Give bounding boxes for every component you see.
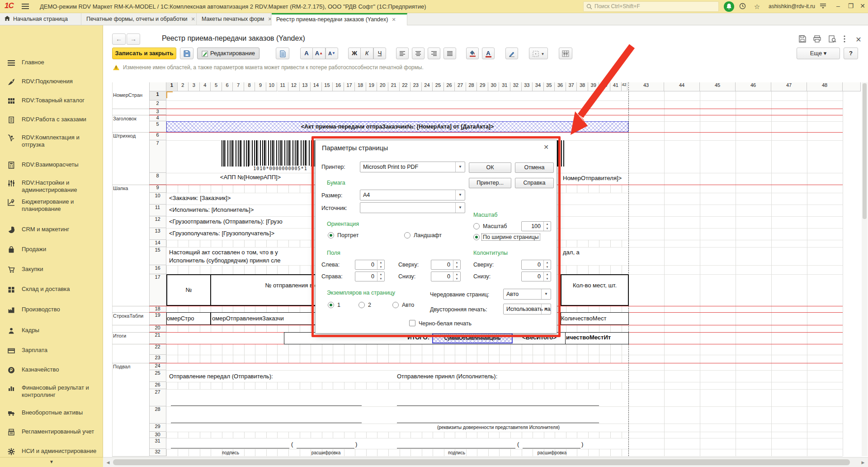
column-header-16[interactable]: 16: [333, 82, 344, 91]
print-icon[interactable]: [812, 35, 822, 44]
row-header-26[interactable]: 26: [149, 382, 166, 389]
column-header-8[interactable]: 8: [244, 82, 255, 91]
column-header-30[interactable]: 30: [488, 82, 500, 91]
column-header-12[interactable]: 12: [288, 82, 300, 91]
table-header-num[interactable]: №: [166, 274, 211, 306]
tab-registry-yandex[interactable]: Реестр приема-передачи заказов (Yandex)✕: [272, 13, 407, 25]
table-header-places[interactable]: Кол-во мест, шт.: [561, 274, 629, 306]
bold-button[interactable]: Ж: [348, 48, 361, 59]
edit-mode-button[interactable]: Редактирование: [197, 48, 259, 59]
cell-customer[interactable]: <Заказчик: [Заказчик]>: [169, 195, 310, 201]
align-justify-button[interactable]: [443, 48, 456, 59]
cell-executor[interactable]: <Исполнитель: [Исполнитель]>: [169, 206, 312, 213]
column-header-26[interactable]: 26: [444, 82, 455, 91]
draw-border-pencil-button[interactable]: [505, 48, 518, 59]
column-header-27[interactable]: 27: [455, 82, 466, 91]
italic-button[interactable]: К: [361, 48, 373, 59]
restore-button[interactable]: ❐: [846, 2, 855, 10]
column-header-29[interactable]: 29: [477, 82, 488, 91]
row-header-25[interactable]: 25: [149, 370, 166, 382]
help-button[interactable]: ?: [844, 48, 858, 59]
preview-icon[interactable]: [827, 35, 837, 44]
horizontal-scrollbar[interactable]: ◀ ▶: [103, 457, 868, 467]
row-header-27[interactable]: 27: [149, 389, 166, 406]
tab-print-forms[interactable]: Печатные формы, отчеты и обработки✕: [82, 13, 197, 25]
column-header-32[interactable]: 32: [510, 82, 522, 91]
tab-close-icon[interactable]: ✕: [392, 17, 396, 22]
vertical-scroll-thumb[interactable]: [863, 83, 867, 219]
row-header-29[interactable]: 29: [149, 424, 166, 432]
minimize-button[interactable]: –: [834, 2, 843, 10]
cell-act-text-line1[interactable]: Настоящий акт составлен о том, что в у: [169, 249, 311, 256]
column-header-17[interactable]: 17: [344, 82, 355, 91]
column-header-7[interactable]: 7: [233, 82, 244, 91]
cell-app-number-right[interactable]: НомерОтправителя]>: [563, 175, 628, 181]
cell-total-places[interactable]: ичествоМестИт: [566, 334, 628, 341]
row-header-12[interactable]: 12: [149, 216, 166, 228]
column-header-19[interactable]: 19: [366, 82, 377, 91]
font-decrease-button[interactable]: А▼: [326, 48, 338, 59]
column-header-11[interactable]: 11: [278, 82, 289, 91]
tab-home[interactable]: Начальная страница: [0, 13, 81, 25]
column-header-24[interactable]: 24: [422, 82, 433, 91]
section-label-1[interactable]: НомерСтран: [113, 92, 148, 99]
row-header-3[interactable]: 3: [149, 109, 166, 115]
section-label-3[interactable]: Штрихкод: [113, 133, 148, 139]
save-button[interactable]: [180, 48, 193, 59]
column-header-3[interactable]: 3: [189, 82, 200, 91]
row-header-16[interactable]: 16: [149, 265, 166, 274]
row-header-28[interactable]: 28: [149, 406, 166, 424]
row-header-31[interactable]: 31: [149, 438, 166, 449]
column-header-4[interactable]: 4: [200, 82, 211, 91]
row-header-8[interactable]: 8: [149, 173, 166, 185]
column-header-33[interactable]: 33: [522, 82, 533, 91]
close-window-button[interactable]: ✕: [858, 2, 867, 10]
column-header-6[interactable]: 6: [222, 82, 233, 91]
column-header-46[interactable]: 46: [736, 82, 771, 91]
row-header-5[interactable]: 5: [149, 121, 166, 132]
cell-handed-by[interactable]: Отправление передал (Отправитель):: [169, 373, 363, 380]
row-header-9[interactable]: 9: [149, 185, 166, 193]
column-header-34[interactable]: 34: [533, 82, 544, 91]
column-header-20[interactable]: 20: [377, 82, 388, 91]
cell-act-text-right[interactable]: дал, а: [563, 249, 599, 256]
section-label-6[interactable]: Итоги: [113, 333, 148, 339]
align-right-button[interactable]: [428, 48, 440, 59]
font-color-button[interactable]: А: [482, 48, 495, 59]
close-form-icon[interactable]: ✕: [854, 35, 863, 44]
main-menu-icon[interactable]: [22, 4, 29, 9]
row-header-13[interactable]: 13: [149, 228, 166, 240]
cell-consignee[interactable]: <Грузополучатель: [Грузополучатель]>: [169, 230, 314, 237]
column-header-48[interactable]: 48: [807, 82, 843, 91]
user-account[interactable]: ashishkin@rdv-it.ru: [769, 3, 815, 10]
column-header-47[interactable]: 47: [771, 82, 807, 91]
scroll-right-icon[interactable]: ▶: [859, 459, 867, 466]
column-header-31[interactable]: 31: [500, 82, 511, 91]
row-header-19[interactable]: 19: [149, 312, 166, 325]
row-header-7[interactable]: 7: [149, 140, 166, 173]
align-center-button[interactable]: [412, 48, 425, 59]
save-icon[interactable]: [797, 35, 807, 44]
section-label-2[interactable]: Заголовок: [113, 116, 148, 122]
service-menu-icon[interactable]: [819, 3, 827, 10]
sidebar-collapse-arrow[interactable]: ▼: [0, 457, 103, 467]
borders-dropdown-button[interactable]: ▼: [529, 48, 548, 59]
row-header-20[interactable]: 20: [149, 325, 166, 332]
column-header-22[interactable]: 22: [400, 82, 411, 91]
tab-close-icon[interactable]: ✕: [268, 16, 271, 22]
row-header-17[interactable]: 17: [149, 274, 166, 306]
more-dots-icon[interactable]: [842, 35, 847, 44]
cell-act-text-line2[interactable]: Исполнитель (субподрядчик) принял сле: [169, 257, 311, 264]
row-header-2[interactable]: 2: [149, 100, 166, 109]
section-label-5[interactable]: СтрокаТабли: [113, 313, 148, 319]
row-header-11[interactable]: 11: [149, 205, 166, 216]
table-row-num[interactable]: омерСтро: [166, 312, 211, 325]
row-header-10[interactable]: 10: [149, 193, 166, 205]
nav-back-button[interactable]: ←: [112, 33, 126, 45]
tab-layouts[interactable]: Макеты печатных форм✕: [197, 13, 271, 25]
row-header-6[interactable]: 6: [149, 132, 166, 140]
row-header-30[interactable]: 30: [149, 432, 166, 438]
column-header-13[interactable]: 13: [300, 82, 311, 91]
vertical-scrollbar[interactable]: [862, 82, 868, 456]
row-header-23[interactable]: 23: [149, 355, 166, 363]
